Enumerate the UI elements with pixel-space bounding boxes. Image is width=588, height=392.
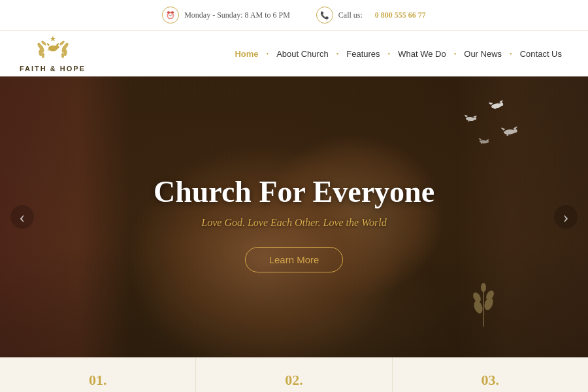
nav-dot-1: ● [267,52,269,56]
svg-marker-12 [50,35,55,41]
learn-more-button[interactable]: Learn More [245,247,344,272]
prev-arrow[interactable]: ‹ [10,205,34,229]
nav-dot-5: ● [510,52,512,56]
nav-dot-3: ● [388,52,391,56]
phone-info: 📞 Call us: 0 800 555 66 77 [316,7,426,24]
clock-icon: ⏰ [162,7,179,24]
phone-number[interactable]: 0 800 555 66 77 [375,10,426,20]
next-arrow[interactable]: › [554,205,578,229]
card-number-1: 01. [13,372,182,389]
logo[interactable]: FAITH & HOPE [20,35,86,73]
schedule-text: Monday - Sunday: 8 AM to 6 PM [184,10,290,20]
hero-content: Church For Everyone Love God. Love Each … [0,76,588,357]
hero-subtitle: Love God. Love Each Other. Love the Worl… [201,217,386,229]
schedule-info: ⏰ Monday - Sunday: 8 AM to 6 PM [162,7,290,24]
nav-home[interactable]: Home [228,46,265,61]
phone-icon: 📞 [316,7,333,24]
nav-about[interactable]: About Church [270,46,335,61]
svg-point-11 [55,45,59,49]
nav-features[interactable]: Features [340,46,386,61]
nav-our-news[interactable]: Our News [457,46,508,61]
header-top: ⏰ Monday - Sunday: 8 AM to 6 PM 📞 Call u… [0,0,588,31]
svg-point-3 [41,41,46,46]
card-be-transformed: 02. Be Transformed [196,357,392,392]
logo-emblem [35,35,71,63]
nav-dot-4: ● [454,52,457,56]
nav-what-we-do[interactable]: What We Do [391,46,452,61]
card-number-2: 02. [209,372,378,389]
header: ⏰ Monday - Sunday: 8 AM to 6 PM 📞 Call u… [0,0,588,76]
card-live-connected: 01. Live Connected [0,357,196,392]
hero-section: Church For Everyone Love God. Love Each … [0,76,588,357]
logo-text: FAITH & HOPE [20,65,86,73]
phone-label: Call us: [338,10,363,20]
nav-dot-2: ● [336,52,339,56]
nav-contact[interactable]: Contact Us [514,46,568,61]
main-nav: Home ● About Church ● Features ● What We… [228,46,568,61]
hero-title: Church For Everyone [154,174,434,209]
card-change-world: 03. Change The World [393,357,588,392]
bottom-cards-section: 01. Live Connected 02. Be Transformed 03… [0,357,588,392]
header-main: FAITH & HOPE Home ● About Church ● Featu… [0,31,588,76]
svg-point-8 [59,41,65,46]
card-number-3: 03. [406,372,575,389]
